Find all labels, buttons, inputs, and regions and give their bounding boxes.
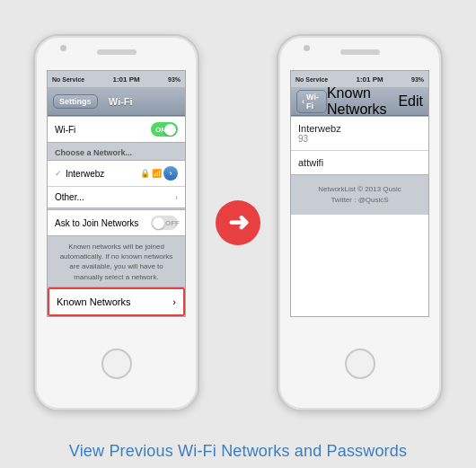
other-chevron: ›: [175, 193, 178, 202]
wifi-back-btn[interactable]: ‹ Wi-Fi: [296, 90, 327, 113]
ask-join-info: Known networks will be joined automatica…: [48, 237, 185, 287]
ask-join-group: Ask to Join Networks OFF: [48, 209, 185, 236]
wifi-label: Wi-Fi: [55, 125, 75, 135]
speaker-2: [340, 49, 380, 55]
arrow-right-icon: ➜: [228, 210, 249, 235]
choose-network-header: Choose a Network...: [48, 144, 185, 160]
time-2: 1:01 PM: [356, 75, 383, 84]
other-item[interactable]: Other... ›: [48, 187, 185, 208]
bottom-label: View Previous Wi-Fi Networks and Passwor…: [0, 437, 476, 468]
nav-bar-2: ‹ Wi-Fi Known Networks Edit: [291, 87, 428, 116]
battery-1: 93%: [168, 76, 181, 83]
interwebz-item[interactable]: ✓ Interwebz 🔒 📶 ›: [48, 161, 185, 187]
phone-2: No Service 1:01 PM 93% ‹ Wi-Fi Known Net…: [277, 34, 443, 411]
interwebz-known-name: Interwebz: [298, 123, 421, 134]
arrow-container: ➜: [216, 200, 260, 245]
known-networks-nav-title: Known Networks: [327, 85, 399, 118]
interwebz-known-item[interactable]: Interwebz 93: [291, 117, 428, 151]
wifi-nav-title: Wi-Fi: [109, 96, 133, 107]
network-list-group: ✓ Interwebz 🔒 📶 › Other... ›: [48, 160, 185, 208]
settings-back-btn[interactable]: Settings: [53, 94, 98, 109]
known-networks-chevron: ›: [172, 296, 176, 307]
known-networks-group: Known Networks ›: [48, 287, 185, 317]
attwifi-known-name: attwifi: [298, 157, 421, 168]
phone-top-2: [278, 36, 441, 70]
speaker-1: [97, 49, 137, 55]
toggle-on-label: ON: [151, 126, 168, 134]
known-list: Interwebz 93 attwifi: [291, 116, 428, 175]
interwebz-left: ✓ Interwebz: [55, 169, 104, 179]
interwebz-known-sub: 93: [298, 134, 421, 144]
battery-2: 93%: [411, 76, 424, 83]
interwebz-name: Interwebz: [66, 169, 104, 179]
phone-top-1: [35, 36, 198, 70]
screen2-content: Interwebz 93 attwifi NetworkList © 2013 …: [291, 116, 428, 215]
nav-bar-1: Settings Wi-Fi: [48, 87, 185, 116]
home-button-1[interactable]: [101, 349, 132, 379]
home-button-2[interactable]: [345, 349, 375, 379]
attwifi-known-item[interactable]: attwifi: [291, 151, 428, 174]
credit-text: NetworkList © 2013 Qusic Twitter : @Qusi…: [291, 175, 428, 215]
known-networks-item[interactable]: Known Networks ›: [48, 287, 185, 316]
phone-bottom-1: [101, 317, 132, 410]
red-circle: ➜: [216, 200, 260, 245]
signal-1: No Service: [52, 76, 84, 83]
signal-2: No Service: [295, 76, 328, 83]
wifi-toggle-item: Wi-Fi ON: [48, 117, 185, 142]
time-1: 1:01 PM: [112, 75, 139, 84]
edit-btn[interactable]: Edit: [398, 93, 423, 110]
lock-icon: 🔒: [140, 169, 150, 178]
interwebz-detail-btn[interactable]: ›: [163, 166, 178, 181]
known-networks-label: Known Networks: [57, 296, 131, 307]
wifi-toggle[interactable]: ON: [151, 122, 178, 137]
phone-1: No Service 1:01 PM 93% Settings Wi-Fi Wi…: [33, 34, 199, 411]
checkmark-icon: ✓: [55, 169, 62, 178]
ask-join-toggle[interactable]: OFF: [151, 216, 178, 230]
screen1-content: Wi-Fi ON Choose a Network... ✓ Interwebz: [48, 116, 185, 317]
phone-screen-2: No Service 1:01 PM 93% ‹ Wi-Fi Known Net…: [290, 70, 429, 317]
status-bar-1: No Service 1:01 PM 93%: [48, 71, 185, 87]
camera-2: [304, 45, 310, 51]
other-label: Other...: [55, 192, 84, 202]
ask-join-label: Ask to Join Networks: [55, 218, 138, 228]
phone-screen-1: No Service 1:01 PM 93% Settings Wi-Fi Wi…: [47, 70, 186, 317]
wifi-icon: 📶: [152, 169, 162, 178]
phone-bottom-2: [345, 317, 375, 410]
interwebz-icons: 🔒 📶 ›: [140, 166, 178, 181]
ask-join-item: Ask to Join Networks OFF: [48, 210, 185, 235]
wifi-toggle-group: Wi-Fi ON: [48, 116, 185, 143]
camera-1: [60, 45, 66, 51]
main-content: No Service 1:01 PM 93% Settings Wi-Fi Wi…: [24, 0, 452, 437]
toggle-off-label: OFF: [151, 219, 180, 227]
